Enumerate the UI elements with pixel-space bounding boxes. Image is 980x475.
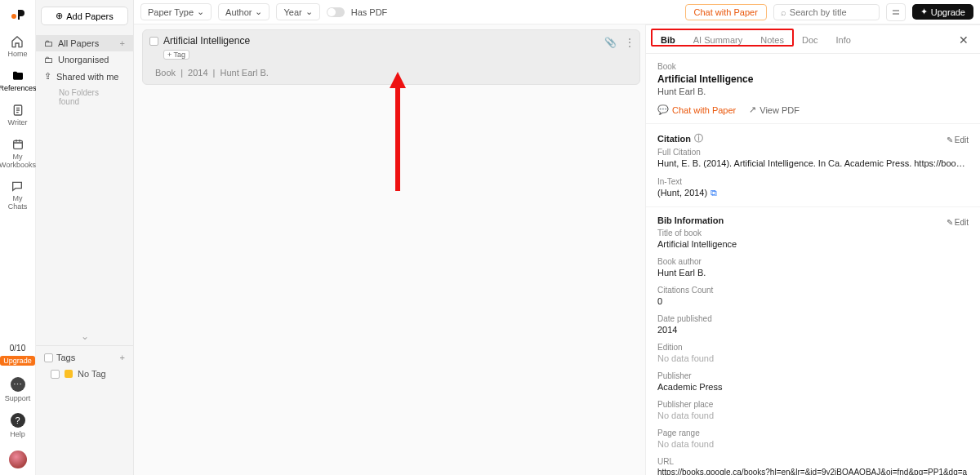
full-citation-label: Full Citation bbox=[657, 148, 969, 157]
search-icon: ⌕ bbox=[781, 7, 786, 17]
folder-all-papers[interactable]: 🗀 All Papers + bbox=[36, 35, 133, 51]
rail-home[interactable]: Home bbox=[7, 34, 27, 59]
chevron-down-icon: ⌄ bbox=[255, 7, 262, 17]
tab-notes[interactable]: Notes bbox=[757, 33, 787, 47]
paper-author: Hunt Earl B. bbox=[218, 68, 271, 78]
more-icon[interactable]: ⋮ bbox=[625, 37, 635, 48]
tags-header[interactable]: Tags + bbox=[36, 349, 133, 366]
v-publisher: Academic Press bbox=[657, 382, 969, 392]
v-range: No data found bbox=[657, 439, 969, 449]
edit-bibinfo[interactable]: ✎ Edit bbox=[947, 218, 969, 227]
filter-year[interactable]: Year⌄ bbox=[276, 3, 319, 20]
v-date: 2014 bbox=[657, 325, 969, 335]
has-pdf-toggle[interactable] bbox=[327, 7, 345, 17]
v-author: Hunt Earl B. bbox=[657, 268, 969, 277]
no-tag-label: No Tag bbox=[78, 369, 106, 379]
rail-workbooks-label: My Workbooks bbox=[0, 153, 36, 170]
tab-doc[interactable]: Doc bbox=[799, 33, 822, 47]
k-url: URL bbox=[657, 457, 969, 466]
has-pdf-label: Has PDF bbox=[351, 7, 388, 17]
filter-paper-type[interactable]: Paper Type⌄ bbox=[140, 3, 212, 20]
sidebar-collapse[interactable]: ⌄ bbox=[36, 327, 133, 345]
support-label: Support bbox=[5, 395, 31, 403]
paper-meta: Book | 2014 | Hunt Earl B. bbox=[153, 68, 633, 78]
rail-references[interactable]: References bbox=[0, 69, 37, 93]
tag-no-tag[interactable]: No Tag bbox=[36, 366, 133, 382]
full-citation-value: Hunt, E. B. (2014). Artificial Intellige… bbox=[657, 158, 969, 169]
shared-label: Shared with me bbox=[56, 72, 118, 82]
search-input[interactable]: ⌕ bbox=[773, 4, 880, 20]
bibinfo-header: Bib Information bbox=[657, 215, 724, 225]
paper-card[interactable]: Artificial Intelligence + Tag Book | 201… bbox=[142, 29, 640, 85]
folder-unorganised[interactable]: 🗀 Unorganised bbox=[36, 51, 133, 68]
add-papers-button[interactable]: ⊕ Add Papers bbox=[41, 7, 128, 25]
view-pdf-label: View PDF bbox=[760, 105, 800, 115]
details-tabs: Bib AI Summary Notes Doc Info ✕ bbox=[646, 24, 980, 54]
v-edition: No data found bbox=[657, 353, 969, 363]
calendar-icon bbox=[11, 137, 25, 152]
folder-icon bbox=[11, 69, 25, 83]
paper-type-label: Paper Type bbox=[148, 7, 194, 17]
copy-icon[interactable]: ⧉ bbox=[710, 188, 717, 198]
paper-checkbox[interactable] bbox=[149, 37, 158, 46]
chat-with-paper-link[interactable]: 💬Chat with Paper bbox=[657, 104, 736, 115]
add-tag-icon[interactable]: + bbox=[120, 353, 125, 362]
chat-with-paper-button[interactable]: Chat with Paper bbox=[685, 4, 767, 20]
settings-icon[interactable] bbox=[886, 3, 906, 21]
chat-icon: 💬 bbox=[657, 104, 669, 115]
tab-info[interactable]: Info bbox=[833, 33, 854, 47]
home-icon bbox=[10, 34, 24, 49]
sidebar: ⊕ Add Papers 🗀 All Papers + 🗀 Unorganise… bbox=[36, 0, 134, 475]
details-title: Artificial Intelligence bbox=[657, 73, 969, 85]
rail-home-label: Home bbox=[7, 51, 27, 59]
topbar: Paper Type⌄ Author⌄ Year⌄ Has PDF Chat w… bbox=[134, 0, 980, 24]
upgrade-button[interactable]: ✦Upgrade bbox=[912, 4, 973, 20]
rail-chats-label: My Chats bbox=[8, 195, 28, 211]
intext-label: In-Text bbox=[657, 177, 969, 186]
tab-bib[interactable]: Bib bbox=[657, 33, 679, 47]
folder-shared[interactable]: ⇪ Shared with me bbox=[36, 68, 133, 85]
svg-point-0 bbox=[11, 14, 16, 19]
sparkle-icon: ✦ bbox=[920, 7, 928, 17]
details-author: Hunt Earl B. bbox=[657, 87, 969, 96]
attachment-icon[interactable]: 📎 bbox=[604, 37, 617, 48]
folder-open-icon: 🗀 bbox=[44, 38, 53, 48]
add-tag-chip[interactable]: + Tag bbox=[163, 50, 189, 60]
k-edition: Edition bbox=[657, 343, 969, 352]
add-folder-icon[interactable]: + bbox=[120, 38, 125, 48]
v-citcount: 0 bbox=[657, 296, 969, 306]
view-pdf-link[interactable]: ↗View PDF bbox=[749, 104, 800, 115]
upgrade-badge[interactable]: Upgrade bbox=[0, 356, 35, 366]
external-icon: ↗ bbox=[749, 104, 756, 115]
citation-header: Citationⓘ bbox=[657, 132, 703, 144]
tags-checkbox[interactable] bbox=[44, 353, 53, 362]
edit-citation[interactable]: ✎ Edit bbox=[947, 135, 969, 144]
k-publisher: Publisher bbox=[657, 371, 969, 380]
year-filter-label: Year bbox=[283, 7, 301, 17]
tags-label: Tags bbox=[56, 353, 75, 362]
filter-author[interactable]: Author⌄ bbox=[218, 3, 270, 20]
avatar[interactable] bbox=[9, 451, 27, 468]
rail-chats[interactable]: My Chats bbox=[8, 179, 28, 211]
document-icon bbox=[11, 103, 25, 118]
tag-checkbox[interactable] bbox=[51, 370, 60, 379]
folder-icon: 🗀 bbox=[44, 55, 53, 64]
rail-writer-label: Writer bbox=[8, 119, 28, 127]
left-rail: Home References Writer My Workbooks My C… bbox=[0, 0, 36, 475]
rail-writer[interactable]: Writer bbox=[8, 103, 28, 127]
paper-title: Artificial Intelligence bbox=[163, 35, 250, 47]
tab-ai-summary[interactable]: AI Summary bbox=[690, 33, 746, 47]
chat-link-label: Chat with Paper bbox=[672, 105, 736, 115]
k-author: Book author bbox=[657, 257, 969, 266]
rail-workbooks[interactable]: My Workbooks bbox=[0, 137, 36, 170]
info-icon[interactable]: ⓘ bbox=[694, 132, 703, 144]
close-icon[interactable]: ✕ bbox=[959, 33, 969, 47]
chevron-down-icon: ⌄ bbox=[305, 7, 313, 17]
details-panel: Bib AI Summary Notes Doc Info ✕ Book Art… bbox=[645, 24, 980, 475]
paper-year: 2014 bbox=[185, 68, 210, 78]
help-icon[interactable]: ? bbox=[11, 413, 25, 428]
search-text[interactable] bbox=[790, 7, 872, 17]
rail-bottom: 0/10 Upgrade ⋯ Support ? Help bbox=[0, 344, 35, 475]
paper-list: Artificial Intelligence + Tag Book | 201… bbox=[134, 24, 645, 475]
support-icon[interactable]: ⋯ bbox=[11, 377, 25, 392]
